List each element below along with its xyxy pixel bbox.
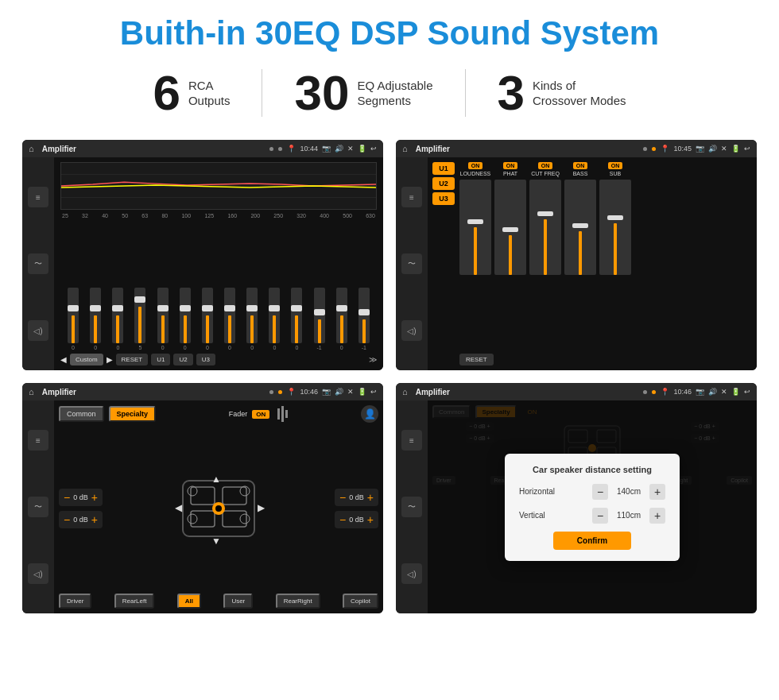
eq-filter-btn[interactable]: ≡ — [28, 187, 48, 207]
horizontal-control: − 140cm + — [592, 484, 665, 500]
fader-wave-btn[interactable]: 〜 — [28, 497, 48, 517]
dialog-filter-btn[interactable]: ≡ — [401, 430, 422, 451]
status-dot-2 — [278, 147, 282, 151]
custom-btn[interactable]: Custom — [70, 354, 103, 365]
eq-slider-5: 0 — [180, 288, 191, 350]
eq-slider-4: 0 — [157, 288, 169, 350]
screenshots-grid: ⌂ Amplifier 📍 10:44 📷 🔊 ✕ 🔋 ↩ ≡ 〜 ◁) — [0, 132, 779, 629]
dialog-speaker-btn[interactable]: ◁) — [401, 563, 422, 584]
user-btn[interactable]: User — [223, 594, 253, 609]
svg-text:▼: ▼ — [211, 536, 221, 547]
svg-point-10 — [215, 505, 222, 512]
u3-preset-btn[interactable]: U3 — [432, 192, 455, 205]
channel-bass: ON BASS — [564, 162, 596, 350]
copilot-btn[interactable]: Copilot — [343, 594, 378, 609]
all-btn[interactable]: All — [177, 594, 201, 609]
loudness-on-btn[interactable]: ON — [468, 162, 483, 169]
vol-plus-1[interactable]: + — [91, 491, 98, 504]
stat-label-crossover: Kinds ofCrossover Modes — [533, 78, 626, 109]
cross-layout: U1 U2 U3 ON LOUDNESS — [432, 162, 752, 365]
vol-plus-3[interactable]: + — [367, 491, 374, 504]
cross-reset-btn[interactable]: RESET — [459, 354, 494, 365]
eq-speaker-btn[interactable]: ◁) — [28, 320, 48, 341]
eq-content: ≡ 〜 ◁) — [22, 157, 383, 370]
channel-phat: ON PHAT — [494, 162, 526, 350]
phat-on-btn[interactable]: ON — [503, 162, 518, 169]
home-icon: ⌂ — [29, 144, 34, 153]
svg-text:◀: ◀ — [175, 502, 183, 513]
next-icon[interactable]: ▶ — [107, 355, 113, 364]
u1-preset-btn[interactable]: U1 — [432, 162, 455, 175]
rearright-btn[interactable]: RearRight — [276, 594, 320, 609]
status-dot-8 — [652, 390, 656, 394]
cross-filter-btn[interactable]: ≡ — [401, 187, 422, 207]
vol-left-rear: − 0 dB + — [59, 511, 103, 528]
rearleft-btn[interactable]: RearLeft — [114, 594, 155, 609]
location-icon-3: 📍 — [287, 388, 296, 396]
cross-channels-area: ON LOUDNESS ON PHAT — [459, 162, 752, 365]
location-icon-2: 📍 — [661, 145, 669, 153]
eq-slider-6: 0 — [202, 288, 213, 350]
wifi-icon-2: ✕ — [721, 145, 727, 153]
wifi-icon-3: ✕ — [347, 388, 354, 396]
vol-minus-1[interactable]: − — [64, 491, 70, 504]
eq-status-bar: 📍 10:44 📷 🔊 ✕ 🔋 ↩ — [287, 145, 377, 153]
camera-icon-2: 📷 — [696, 145, 704, 153]
horizontal-label: Horizontal — [519, 487, 555, 496]
dialog-time: 10:46 — [673, 388, 692, 396]
vol-val-3: 0 dB — [349, 493, 364, 501]
u2-preset-btn[interactable]: U2 — [432, 177, 455, 190]
svg-point-18 — [240, 514, 250, 524]
horizontal-minus-btn[interactable]: − — [592, 484, 608, 500]
specialty-tab[interactable]: Specialty — [109, 406, 157, 422]
dialog-wave-btn[interactable]: 〜 — [401, 497, 422, 517]
u1-btn[interactable]: U1 — [151, 354, 170, 365]
dialog-content: ≡ 〜 ◁) Common Specialty ON − 0 dB + − 0 … — [396, 400, 757, 613]
svg-text:▲: ▲ — [211, 474, 221, 485]
vol-minus-4[interactable]: − — [339, 513, 346, 526]
status-dot-1 — [269, 147, 273, 151]
cross-wave-btn[interactable]: 〜 — [401, 253, 422, 274]
bass-on-btn[interactable]: ON — [573, 162, 588, 169]
driver-btn[interactable]: Driver — [59, 594, 91, 609]
fader-filter-btn[interactable]: ≡ — [28, 430, 48, 451]
vertical-plus-btn[interactable]: + — [649, 508, 665, 524]
volume-icon: 🔊 — [335, 145, 343, 153]
dialog-status-bar: 📍 10:46 📷 🔊 ✕ 🔋 ↩ — [661, 388, 750, 396]
horizontal-plus-btn[interactable]: + — [649, 484, 665, 500]
vol-plus-2[interactable]: + — [91, 513, 98, 526]
eq-wave-btn[interactable]: 〜 — [28, 253, 48, 274]
u3-btn[interactable]: U3 — [196, 354, 215, 365]
vertical-control: − 110cm + — [592, 508, 665, 524]
cutfreq-on-btn[interactable]: ON — [538, 162, 553, 169]
vol-minus-3[interactable]: − — [339, 491, 346, 504]
status-dot-5 — [269, 390, 273, 394]
sub-on-btn[interactable]: ON — [608, 162, 623, 169]
car-svg-container: ▲ ▼ ◀ ▶ — [107, 465, 330, 552]
vertical-row: Vertical − 110cm + — [519, 508, 665, 524]
svg-rect-7 — [191, 511, 215, 527]
common-tab[interactable]: Common — [59, 406, 104, 422]
battery-icon: 🔋 — [358, 145, 366, 153]
fader-bottom-bar: Driver RearLeft All User RearRight Copil… — [59, 594, 378, 609]
dialog-bg-content: Common Specialty ON − 0 dB + − 0 dB + — [428, 400, 757, 613]
prev-icon[interactable]: ◀ — [60, 355, 67, 364]
right-vol-controls: − 0 dB + − 0 dB + — [335, 489, 378, 528]
stat-number-eq: 30 — [294, 68, 349, 118]
battery-icon-2: 🔋 — [731, 145, 740, 153]
confirm-button[interactable]: Confirm — [553, 532, 631, 550]
fader-speaker-btn[interactable]: ◁) — [28, 563, 48, 584]
back-icon-4: ↩ — [744, 388, 750, 396]
eq-slider-8: 0 — [246, 288, 258, 350]
cross-speaker-btn[interactable]: ◁) — [401, 320, 422, 341]
vertical-minus-btn[interactable]: − — [592, 508, 608, 524]
u2-btn[interactable]: U2 — [173, 354, 192, 365]
more-icon[interactable]: ≫ — [369, 355, 377, 364]
vol-minus-2[interactable]: − — [64, 513, 70, 526]
eq-slider-13: -1 — [358, 288, 370, 350]
stats-row: 6 RCAOutputs 30 EQ AdjustableSegments 3 … — [0, 60, 779, 132]
reset-btn[interactable]: RESET — [116, 354, 149, 365]
fader-profile-icon[interactable]: 👤 — [361, 405, 378, 423]
vol-plus-4[interactable]: + — [367, 513, 374, 526]
dialog-overlay: Car speaker distance setting Horizontal … — [428, 400, 757, 613]
